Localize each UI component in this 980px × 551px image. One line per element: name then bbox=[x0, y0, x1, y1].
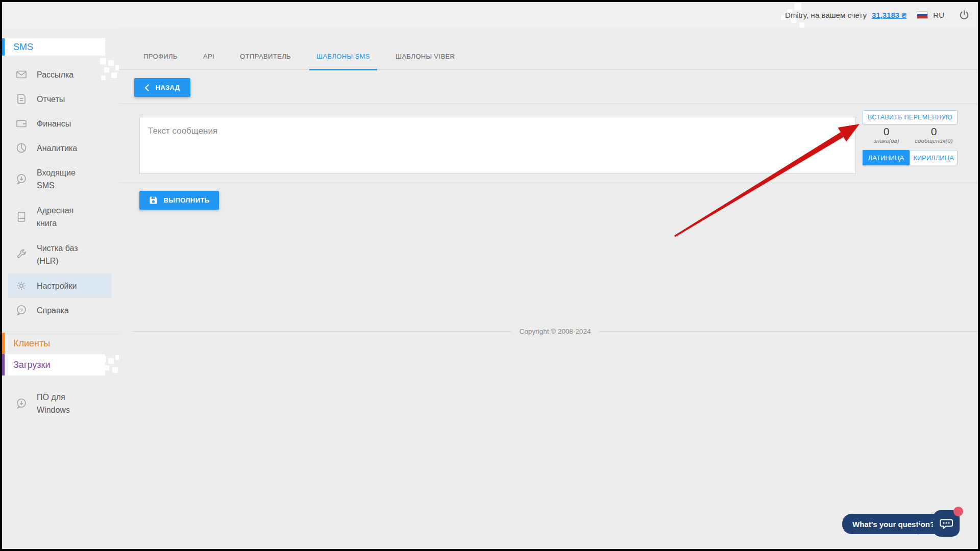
tab-shablony-sms[interactable]: ШАБЛОНЫ SMS bbox=[309, 53, 377, 69]
footer-divider-left bbox=[132, 331, 511, 332]
language-selector[interactable]: RU bbox=[933, 11, 944, 19]
help-icon: ? bbox=[15, 304, 28, 316]
sidebar-item-adresnaya-kniga[interactable]: Адресная книга bbox=[2, 198, 119, 236]
sms-accent-bar bbox=[2, 38, 5, 56]
flag-ru-icon[interactable] bbox=[917, 11, 928, 19]
tab-bar: ПРОФИЛЬ API ОТПРАВИТЕЛЬ ШАБЛОНЫ SMS ШАБЛ… bbox=[119, 28, 978, 70]
message-text-input[interactable] bbox=[139, 117, 856, 174]
pie-chart-icon bbox=[15, 142, 28, 154]
sidebar-item-chistka-baz-hlr[interactable]: Чистка баз (HLR) bbox=[2, 236, 119, 273]
wallet-icon bbox=[15, 117, 28, 130]
sidebar: SMS Рассылка Отчеты Финансы Аналитика bbox=[2, 28, 119, 549]
sidebar-section-clients[interactable]: Клиенты bbox=[2, 333, 105, 354]
footer: Copyright © 2008-2024 bbox=[119, 328, 978, 335]
latin-toggle-button[interactable]: ЛАТИНИЦА bbox=[863, 150, 910, 165]
message-controls-panel: ВСТАВИТЬ ПЕРЕМЕННУЮ 0 знака(ов) 0 сообще… bbox=[863, 110, 958, 165]
power-icon bbox=[959, 9, 970, 20]
sidebar-item-vhodyashchie-sms[interactable]: Входящие SMS bbox=[2, 160, 119, 198]
main-content: ПРОФИЛЬ API ОТПРАВИТЕЛЬ ШАБЛОНЫ SMS ШАБЛ… bbox=[119, 28, 978, 549]
template-form-section: ВСТАВИТЬ ПЕРЕМЕННУЮ 0 знака(ов) 0 сообще… bbox=[119, 104, 978, 183]
speech-bubble-dots-icon bbox=[939, 516, 954, 531]
balance-link[interactable]: 31,3183 ₴ bbox=[872, 11, 906, 19]
alphabet-toggle: ЛАТИНИЦА КИРИЛЛИЦА bbox=[863, 150, 958, 165]
sidebar-divider bbox=[2, 332, 119, 332]
insert-variable-button[interactable]: ВСТАВИТЬ ПЕРЕМЕННУЮ bbox=[863, 110, 958, 124]
sidebar-section-downloads[interactable]: Загрузки bbox=[2, 354, 105, 375]
sidebar-item-finansy[interactable]: Финансы bbox=[2, 111, 119, 136]
svg-text:?: ? bbox=[20, 307, 22, 313]
logout-button[interactable] bbox=[958, 8, 971, 21]
sidebar-item-rassylka[interactable]: Рассылка bbox=[2, 62, 119, 87]
chevron-left-icon bbox=[144, 84, 149, 91]
copyright-text: Copyright © 2008-2024 bbox=[511, 328, 599, 335]
tab-api[interactable]: API bbox=[196, 53, 222, 69]
sidebar-nav: Рассылка Отчеты Финансы Аналитика Входящ… bbox=[2, 62, 119, 322]
clients-accent-bar bbox=[2, 333, 5, 354]
downloads-accent-bar bbox=[2, 354, 5, 375]
report-document-icon bbox=[15, 93, 28, 105]
cyrillic-toggle-button[interactable]: КИРИЛЛИЦА bbox=[910, 150, 958, 165]
wrench-icon bbox=[15, 248, 28, 261]
chars-counter: 0 знака(ов) bbox=[863, 126, 910, 144]
sidebar-item-nastroyki[interactable]: Настройки bbox=[8, 273, 112, 298]
sidebar-section-title: SMS bbox=[2, 42, 33, 53]
top-bar: Dmitry, на вашем счету 31,3183 ₴ RU bbox=[2, 2, 978, 28]
sidebar-item-otchety[interactable]: Отчеты bbox=[2, 87, 119, 111]
app-window: Dmitry, на вашем счету 31,3183 ₴ RU SMS … bbox=[0, 0, 980, 551]
mail-icon bbox=[15, 68, 28, 81]
footer-divider-right bbox=[599, 331, 978, 332]
incoming-message-icon bbox=[15, 173, 28, 185]
account-greeting: Dmitry, на вашем счету bbox=[785, 11, 867, 19]
sidebar-item-po-windows[interactable]: ПО для Windows bbox=[2, 385, 119, 422]
tab-shablony-viber[interactable]: ШАБЛОНЫ VIBER bbox=[388, 53, 462, 69]
sidebar-section-sms[interactable]: SMS bbox=[2, 38, 105, 56]
tab-profil[interactable]: ПРОФИЛЬ bbox=[136, 53, 185, 69]
save-icon bbox=[149, 196, 158, 205]
chat-notification-dot bbox=[953, 507, 963, 516]
counters: 0 знака(ов) 0 сообщения(й) bbox=[863, 126, 958, 144]
download-software-icon bbox=[15, 397, 28, 410]
back-button[interactable]: НАЗАД bbox=[134, 78, 190, 97]
tab-otpravitel[interactable]: ОТПРАВИТЕЛЬ bbox=[233, 53, 298, 69]
gear-icon bbox=[15, 280, 28, 292]
account-area: Dmitry, на вашем счету 31,3183 ₴ RU bbox=[785, 2, 971, 28]
chat-bubble-tail bbox=[918, 523, 930, 535]
address-book-icon bbox=[15, 211, 28, 223]
sidebar-item-analitika[interactable]: Аналитика bbox=[2, 136, 119, 160]
sidebar-item-spravka[interactable]: ? Справка bbox=[2, 298, 119, 322]
submit-button[interactable]: ВЫПОЛНИТЬ bbox=[139, 191, 219, 210]
messages-counter: 0 сообщения(й) bbox=[910, 126, 958, 144]
